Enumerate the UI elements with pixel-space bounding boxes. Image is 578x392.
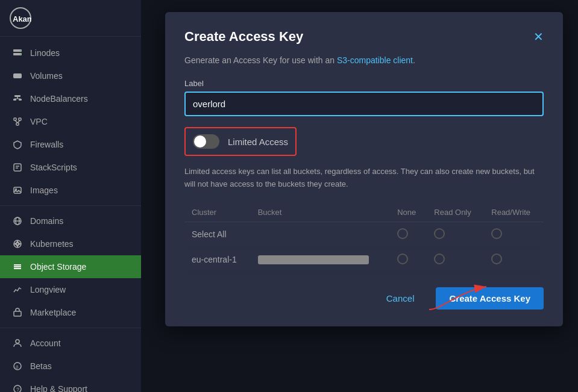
network-icon bbox=[12, 116, 23, 127]
nav-divider-1 bbox=[0, 205, 141, 206]
select-all-read-only[interactable] bbox=[427, 222, 484, 247]
svg-text:β: β bbox=[16, 364, 19, 370]
s3-compatible-link[interactable]: S3-compatible client bbox=[337, 55, 413, 65]
sidebar-item-linodes[interactable]: Linodes bbox=[0, 42, 141, 64]
sidebar-item-marketplace[interactable]: Marketplace bbox=[0, 301, 141, 324]
modal-footer: Cancel Create Access Key bbox=[184, 287, 544, 310]
svg-line-16 bbox=[15, 120, 17, 123]
sidebar-item-firewalls[interactable]: Firewalls bbox=[0, 133, 141, 156]
sidebar-item-domains[interactable]: Domains bbox=[0, 210, 141, 232]
sidebar-item-kubernetes[interactable]: Kubernetes bbox=[0, 232, 141, 255]
sidebar-item-label: Linodes bbox=[30, 48, 60, 58]
radio-none-all[interactable] bbox=[397, 228, 408, 239]
limited-access-description: Limited access keys can list all buckets… bbox=[184, 166, 544, 191]
modal-title: Create Access Key bbox=[184, 29, 303, 45]
server-icon bbox=[12, 48, 23, 58]
svg-rect-15 bbox=[16, 123, 19, 125]
sidebar-item-help-support[interactable]: ? Help & Support bbox=[0, 378, 141, 392]
svg-text:Akamai: Akamai bbox=[13, 14, 31, 23]
svg-rect-13 bbox=[14, 118, 16, 120]
select-all-none[interactable] bbox=[390, 222, 427, 247]
globe-icon bbox=[12, 216, 23, 226]
logo-area: Akamai bbox=[0, 0, 141, 37]
table-header-row: Cluster Bucket None Read Only Read/Write bbox=[184, 203, 544, 222]
sidebar-item-label: Kubernetes bbox=[30, 239, 74, 249]
sidebar-item-label: Volumes bbox=[30, 71, 63, 81]
modal-subtitle: Generate an Access Key for use with an S… bbox=[184, 54, 544, 67]
sidebar-item-label: StackScripts bbox=[30, 163, 77, 172]
market-icon bbox=[12, 307, 23, 318]
modal-header: Create Access Key ✕ bbox=[184, 29, 544, 45]
svg-point-32 bbox=[16, 340, 19, 343]
akamai-logo: Akamai bbox=[10, 7, 31, 29]
sidebar-item-label: VPC bbox=[30, 117, 48, 126]
sidebar-item-longview[interactable]: Longview bbox=[0, 278, 141, 301]
row-read-write[interactable] bbox=[484, 247, 544, 272]
sidebar-nav: Linodes Volumes NodeBalancers VPC bbox=[0, 37, 141, 392]
storage-icon bbox=[12, 261, 23, 272]
svg-text:?: ? bbox=[16, 387, 19, 392]
limited-access-toggle[interactable] bbox=[193, 134, 219, 149]
sidebar-item-account[interactable]: Account bbox=[0, 332, 141, 355]
sidebar-item-label: Object Storage bbox=[30, 262, 86, 272]
col-cluster: Cluster bbox=[184, 203, 251, 222]
row-none[interactable] bbox=[390, 247, 427, 272]
help-icon: ? bbox=[12, 384, 23, 392]
svg-marker-30 bbox=[18, 243, 20, 245]
sidebar-item-object-storage[interactable]: Object Storage bbox=[0, 255, 141, 278]
col-read-write: Read/Write bbox=[484, 203, 544, 222]
col-bucket: Bucket bbox=[251, 203, 390, 222]
create-access-key-button[interactable]: Create Access Key bbox=[436, 287, 544, 310]
cancel-button[interactable]: Cancel bbox=[377, 288, 424, 308]
radio-readonly-all[interactable] bbox=[434, 228, 445, 239]
svg-point-7 bbox=[19, 75, 21, 77]
svg-rect-21 bbox=[14, 187, 21, 193]
label-field-label: Label bbox=[184, 79, 544, 88]
sidebar-item-label: Help & Support bbox=[30, 384, 87, 392]
bucket-name: ████████████████████ bbox=[251, 247, 390, 272]
col-read-only: Read Only bbox=[427, 203, 484, 222]
radio-none-row1[interactable] bbox=[397, 254, 408, 264]
radio-readonly-row1[interactable] bbox=[434, 254, 445, 264]
limited-access-toggle-row: Limited Access bbox=[184, 127, 297, 156]
col-none: None bbox=[390, 203, 427, 222]
svg-rect-31 bbox=[14, 311, 21, 316]
svg-line-17 bbox=[17, 120, 20, 123]
access-table: Cluster Bucket None Read Only Read/Write… bbox=[184, 203, 544, 273]
sidebar-item-label: Betas bbox=[30, 361, 52, 371]
image-icon bbox=[12, 185, 23, 196]
subtitle-text-prefix: Generate an Access Key for use with an bbox=[184, 55, 337, 65]
radio-readwrite-row1[interactable] bbox=[491, 254, 502, 264]
beta-icon: β bbox=[12, 361, 23, 372]
sidebar-item-label: Firewalls bbox=[30, 140, 63, 149]
table-row: Select All bbox=[184, 222, 544, 247]
main-content: Create Access Key ✕ Generate an Access K… bbox=[141, 0, 578, 392]
radio-readwrite-all[interactable] bbox=[491, 228, 502, 239]
svg-rect-8 bbox=[14, 95, 20, 97]
sidebar-item-label: Images bbox=[30, 185, 58, 195]
select-all-read-write[interactable] bbox=[484, 222, 544, 247]
sidebar-item-vpc[interactable]: VPC bbox=[0, 110, 141, 133]
k8s-icon bbox=[12, 238, 23, 249]
create-access-key-modal: Create Access Key ✕ Generate an Access K… bbox=[165, 12, 563, 326]
row-read-only[interactable] bbox=[427, 247, 484, 272]
label-input[interactable] bbox=[184, 92, 544, 116]
sidebar-item-label: Account bbox=[30, 338, 61, 348]
toggle-knob bbox=[194, 135, 206, 148]
script-icon bbox=[12, 162, 23, 173]
sidebar-item-volumes[interactable]: Volumes bbox=[0, 64, 141, 87]
limited-access-label: Limited Access bbox=[228, 137, 288, 147]
sidebar-item-label: NodeBalancers bbox=[30, 94, 88, 104]
svg-rect-18 bbox=[14, 164, 21, 171]
svg-rect-14 bbox=[19, 118, 21, 120]
sidebar-item-betas[interactable]: β Betas bbox=[0, 355, 141, 378]
modal-close-button[interactable]: ✕ bbox=[533, 30, 544, 44]
svg-marker-29 bbox=[14, 243, 17, 245]
sidebar-item-nodebalancers[interactable]: NodeBalancers bbox=[0, 87, 141, 110]
sidebar-item-images[interactable]: Images bbox=[0, 179, 141, 202]
sidebar-item-stackscripts[interactable]: StackScripts bbox=[0, 156, 141, 179]
subtitle-text-suffix: . bbox=[413, 55, 415, 65]
svg-point-4 bbox=[20, 50, 21, 51]
user-icon bbox=[12, 338, 23, 349]
select-all-label: Select All bbox=[184, 222, 251, 247]
